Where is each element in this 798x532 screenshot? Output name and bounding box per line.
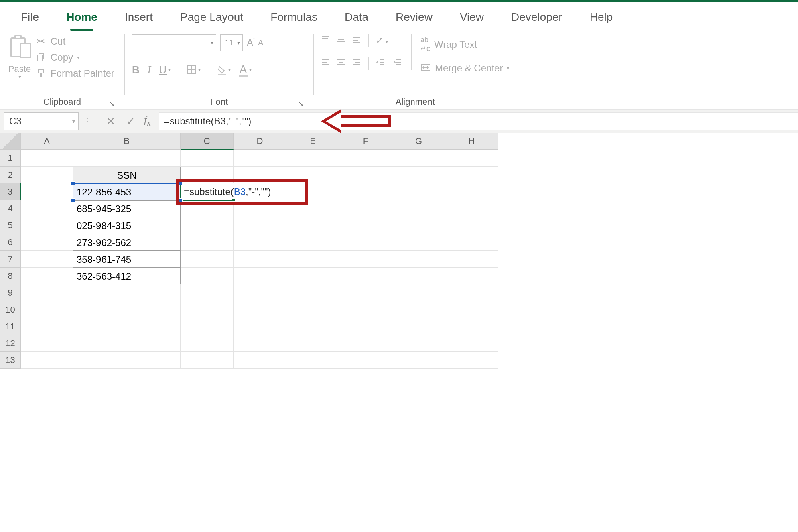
cell[interactable]: SSN: [73, 167, 181, 183]
cell[interactable]: [339, 352, 392, 369]
cell[interactable]: [234, 251, 286, 268]
cell[interactable]: [339, 301, 392, 318]
cell[interactable]: [445, 167, 498, 183]
cell[interactable]: [234, 150, 286, 167]
cell[interactable]: [181, 268, 234, 284]
column-header[interactable]: G: [392, 133, 445, 150]
column-header[interactable]: D: [234, 133, 286, 150]
column-header[interactable]: B: [73, 133, 181, 150]
cell[interactable]: [73, 301, 181, 318]
chevron-down-icon[interactable]: ▾: [72, 118, 75, 124]
cell[interactable]: [392, 268, 445, 284]
fill-color-button[interactable]: ▾: [217, 65, 231, 75]
row-header[interactable]: 9: [0, 284, 21, 301]
cell[interactable]: 685-945-325: [73, 200, 181, 217]
row-header[interactable]: 11: [0, 318, 21, 335]
cell[interactable]: [181, 234, 234, 251]
cell[interactable]: [392, 301, 445, 318]
cell[interactable]: [234, 167, 286, 183]
cancel-formula-button[interactable]: ✕: [101, 115, 121, 128]
dialog-launcher-icon[interactable]: ⤡: [296, 100, 305, 108]
cell[interactable]: [286, 234, 339, 251]
cell[interactable]: [286, 268, 339, 284]
cell[interactable]: [445, 183, 498, 200]
row-header[interactable]: 2: [0, 167, 21, 183]
cell[interactable]: [234, 200, 286, 217]
cell[interactable]: [21, 217, 73, 234]
increase-font-icon[interactable]: Aˆ: [247, 37, 255, 48]
column-header[interactable]: F: [339, 133, 392, 150]
cell[interactable]: [21, 234, 73, 251]
cell[interactable]: [181, 318, 234, 335]
decrease-indent-icon[interactable]: [376, 58, 386, 70]
cell[interactable]: [339, 217, 392, 234]
row-header[interactable]: 10: [0, 301, 21, 318]
cell[interactable]: [234, 301, 286, 318]
cell[interactable]: [445, 284, 498, 301]
borders-button[interactable]: ▾: [187, 65, 201, 75]
column-header[interactable]: H: [445, 133, 498, 150]
chevron-down-icon[interactable]: ▾: [18, 73, 21, 80]
cell[interactable]: [339, 318, 392, 335]
orientation-button[interactable]: ⤢ ▾: [376, 35, 388, 46]
cell[interactable]: [181, 200, 234, 217]
cell[interactable]: [21, 318, 73, 335]
align-right-icon[interactable]: [351, 58, 361, 70]
cell[interactable]: 273-962-562: [73, 234, 181, 251]
cell[interactable]: [234, 318, 286, 335]
menu-tab-formulas[interactable]: Formulas: [257, 4, 331, 30]
cell[interactable]: [286, 352, 339, 369]
cell[interactable]: [339, 251, 392, 268]
copy-button[interactable]: Copy ▾: [35, 52, 114, 63]
menu-tab-developer[interactable]: Developer: [497, 4, 576, 30]
cell[interactable]: [392, 217, 445, 234]
font-name-dropdown[interactable]: ▾: [132, 34, 216, 51]
cell[interactable]: [392, 251, 445, 268]
menu-tab-help[interactable]: Help: [576, 4, 627, 30]
column-header[interactable]: C: [181, 133, 234, 150]
cell[interactable]: [392, 183, 445, 200]
insert-function-button[interactable]: fx: [141, 114, 159, 128]
cell[interactable]: [392, 352, 445, 369]
row-header[interactable]: 3: [0, 183, 21, 200]
menu-tab-page-layout[interactable]: Page Layout: [167, 4, 257, 30]
cell[interactable]: [445, 234, 498, 251]
cell[interactable]: [234, 335, 286, 352]
dialog-launcher-icon[interactable]: ⤡: [108, 100, 116, 108]
cell[interactable]: [21, 352, 73, 369]
cell[interactable]: [21, 335, 73, 352]
font-color-button[interactable]: A▾: [239, 63, 251, 77]
cell[interactable]: [339, 200, 392, 217]
cell[interactable]: [286, 167, 339, 183]
decrease-font-icon[interactable]: Aˇ: [258, 38, 265, 47]
cell[interactable]: [286, 301, 339, 318]
row-header[interactable]: 4: [0, 200, 21, 217]
row-header[interactable]: 8: [0, 268, 21, 284]
cell[interactable]: [445, 251, 498, 268]
cell[interactable]: [181, 251, 234, 268]
menu-tab-home[interactable]: Home: [53, 4, 111, 30]
menu-tab-data[interactable]: Data: [331, 4, 382, 30]
underline-button[interactable]: U▾: [159, 64, 171, 76]
cell[interactable]: [21, 301, 73, 318]
align-center-icon[interactable]: [336, 58, 346, 70]
cell[interactable]: [73, 284, 181, 301]
cell[interactable]: [21, 251, 73, 268]
cell[interactable]: [181, 167, 234, 183]
cell[interactable]: [181, 217, 234, 234]
cell[interactable]: [339, 268, 392, 284]
cell[interactable]: [339, 150, 392, 167]
cell[interactable]: [392, 234, 445, 251]
select-all-button[interactable]: [0, 133, 21, 150]
menu-tab-view[interactable]: View: [446, 4, 497, 30]
cell[interactable]: [339, 167, 392, 183]
cell[interactable]: [339, 284, 392, 301]
cell[interactable]: [445, 150, 498, 167]
row-header[interactable]: 7: [0, 251, 21, 268]
cell[interactable]: [445, 268, 498, 284]
cell[interactable]: [392, 318, 445, 335]
cell[interactable]: [286, 251, 339, 268]
column-header[interactable]: A: [21, 133, 73, 150]
cell[interactable]: [234, 217, 286, 234]
row-header[interactable]: 6: [0, 234, 21, 251]
